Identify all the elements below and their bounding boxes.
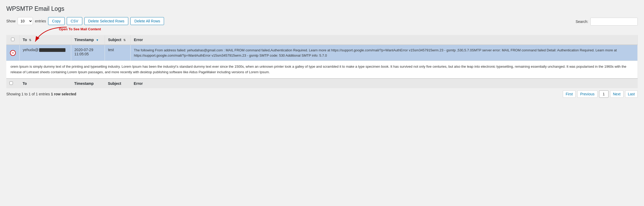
csv-button[interactable]: CSV xyxy=(67,17,82,25)
th-to-label: To xyxy=(23,38,27,42)
th-timestamp[interactable]: Timestamp ▼ xyxy=(71,35,105,45)
row-checkbox-cell: − xyxy=(6,45,19,61)
th-subject-label: Subject xyxy=(108,38,121,42)
toolbar: Show 10 25 50 100 entries Copy CSV Delet… xyxy=(6,17,164,25)
search-area: Search: xyxy=(576,18,638,26)
tfoot-checkbox xyxy=(6,79,19,88)
th-error: Error xyxy=(131,35,638,45)
row-delete-button[interactable]: − xyxy=(10,50,16,56)
row-to-email-redacted xyxy=(39,48,65,52)
row-to-cell: yehuda@ xyxy=(19,45,71,61)
table-wrapper: To ⇅ Timestamp ▼ Subject ⇅ Error − xyxy=(6,35,638,88)
pagination-next-button[interactable]: Next xyxy=(610,90,623,98)
th-subject[interactable]: Subject ⇅ xyxy=(105,35,130,45)
email-log-table: To ⇅ Timestamp ▼ Subject ⇅ Error − xyxy=(6,35,638,88)
row-subject-cell: test xyxy=(105,45,130,61)
th-to-sort-icon: ⇅ xyxy=(29,38,31,42)
copy-button[interactable]: Copy xyxy=(48,17,65,25)
row-timestamp-cell: 2020-07-2911:05:05 xyxy=(71,45,105,61)
th-timestamp-label: Timestamp xyxy=(74,38,94,42)
content-cell: orem Ipsum is simply dummy text of the p… xyxy=(6,61,638,79)
pagination-last-button[interactable]: Last xyxy=(625,90,638,98)
search-label: Search: xyxy=(576,19,588,24)
th-to[interactable]: To ⇅ xyxy=(19,35,71,45)
content-row: orem Ipsum is simply dummy text of the p… xyxy=(6,61,638,79)
hint-text: Open To See Mail Content xyxy=(59,27,101,31)
tfoot-subject: Subject xyxy=(105,79,130,88)
showing-text: Showing 1 to 1 of 1 entries 1 row select… xyxy=(6,92,76,96)
th-checkbox xyxy=(6,35,19,45)
tfoot-timestamp: Timestamp xyxy=(71,79,105,88)
search-input[interactable] xyxy=(590,18,638,26)
footer-select-all-checkbox[interactable] xyxy=(9,81,13,85)
tfoot-to: To xyxy=(19,79,71,88)
th-subject-sort-icon: ⇅ xyxy=(123,38,126,42)
th-timestamp-sort-icon: ▼ xyxy=(96,38,99,42)
select-all-checkbox[interactable] xyxy=(11,38,14,41)
pagination-current-page[interactable] xyxy=(599,90,609,98)
tfoot-error: Error xyxy=(131,79,638,88)
row-to-email-prefix: yehuda@ xyxy=(23,48,39,52)
hint-row: Open To See Mail Content xyxy=(6,27,638,35)
show-label: Show xyxy=(6,19,16,23)
pagination-previous-button[interactable]: Previous xyxy=(577,90,597,98)
delete-selected-button[interactable]: Delete Selected Rows xyxy=(84,17,129,25)
delete-all-button[interactable]: Delete All Rows xyxy=(130,17,164,25)
pagination: First Previous Next Last xyxy=(563,90,638,98)
row-error-cell: The following From address failed: yehud… xyxy=(131,45,638,61)
bottom-bar: Showing 1 to 1 of 1 entries 1 row select… xyxy=(6,90,638,98)
entries-select[interactable]: 10 25 50 100 xyxy=(18,17,33,25)
table-header-row: To ⇅ Timestamp ▼ Subject ⇅ Error xyxy=(6,35,638,45)
table-row: − yehuda@ 2020-07-2911:05:05 test The fo… xyxy=(6,45,638,61)
selected-count-text: 1 row selected xyxy=(51,92,76,96)
pagination-first-button[interactable]: First xyxy=(563,90,576,98)
entries-text: entries xyxy=(35,19,46,23)
table-footer-row: To Timestamp Subject Error xyxy=(6,79,638,88)
page-title: WPSMTP Email Logs xyxy=(6,5,638,12)
